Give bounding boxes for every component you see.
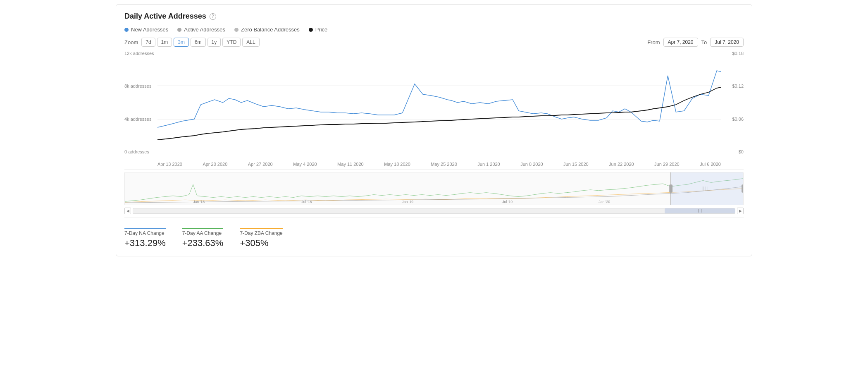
thumb-line-3 [701,209,701,213]
y-right-0: $0 [739,149,744,154]
svg-text:Jan '20: Jan '20 [599,200,610,204]
divider-2 [124,218,744,218]
stat-value-aa: +233.63% [182,238,224,249]
zoom-6m[interactable]: 6m [191,38,206,47]
stat-label-aa: 7-Day AA Change [182,230,224,236]
x-label-1: Apr 20 2020 [203,162,227,167]
main-chart-svg [157,51,721,154]
stat-value-zba: +305% [240,238,282,249]
svg-rect-14 [742,184,743,193]
x-label-11: Jun 29 2020 [654,162,680,167]
scroll-track[interactable] [133,208,735,214]
scroll-thumb-indicator [699,209,701,213]
legend-dot-active [177,28,181,32]
zoom-3m[interactable]: 3m [174,38,189,47]
legend: New Addresses Active Addresses Zero Bala… [124,26,744,33]
x-label-4: May 11 2020 [337,162,364,167]
scroll-right-arrow[interactable]: ▶ [737,208,744,214]
to-label: To [701,39,707,45]
y-label-4k: 4k addresses [124,117,157,122]
stat-underline-aa [182,228,224,229]
stat-na: 7-Day NA Change +313.29% [124,228,166,249]
stats-row: 7-Day NA Change +313.29% 7-Day AA Change… [124,224,744,249]
x-label-12: Jul 6 2020 [700,162,721,167]
svg-rect-13 [669,184,672,193]
zoom-7d[interactable]: 7d [141,38,155,47]
y-right-006: $0.06 [732,117,744,122]
chart-svg-wrapper [157,51,721,154]
thumb-line-1 [699,209,699,213]
zoom-1y[interactable]: 1y [207,38,221,47]
header: Daily Active Addresses ? [124,12,744,21]
mini-chart-svg: Jan '18 Jul '18 Jan '19 Jul '19 Jan '20 [125,172,743,205]
svg-text:Jul '19: Jul '19 [502,200,513,204]
legend-item-price[interactable]: Price [309,26,328,33]
x-label-3: May 4 2020 [293,162,317,167]
x-label-6: May 25 2020 [431,162,457,167]
main-container: Daily Active Addresses ? New Addresses A… [116,4,752,256]
zoom-ytd[interactable]: YTD [222,38,241,47]
stat-value-na: +313.29% [124,238,166,249]
divider-1 [124,169,744,170]
from-label: From [647,39,660,45]
mini-chart-area[interactable]: Jan '18 Jul '18 Jan '19 Jul '19 Jan '20 [124,172,744,205]
x-label-8: Jun 8 2020 [520,162,543,167]
x-label-9: Jun 15 2020 [563,162,589,167]
stat-underline-na [124,228,166,229]
legend-dot-price [309,28,313,32]
zoom-label: Zoom [124,39,138,45]
zoom-controls: Zoom 7d 1m 3m 6m 1y YTD ALL [124,38,260,47]
x-label-10: Jun 22 2020 [609,162,634,167]
y-label-0: 0 addresses [124,149,157,154]
legend-label-new: New Addresses [131,26,168,33]
scroll-row: ◀ ▶ [124,208,744,214]
to-date[interactable]: Jul 7, 2020 [710,38,744,47]
legend-item-zba[interactable]: Zero Balance Addresses [234,26,300,33]
x-label-7: Jun 1 2020 [477,162,500,167]
y-label-12k: 12k addresses [124,51,157,56]
page-title: Daily Active Addresses [124,12,206,21]
legend-dot-zba [234,28,238,32]
svg-text:Jul '18: Jul '18 [301,200,312,204]
legend-item-active[interactable]: Active Addresses [177,26,225,33]
from-date[interactable]: Apr 7, 2020 [663,38,698,47]
x-label-0: Apr 13 2020 [157,162,182,167]
x-axis: Apr 13 2020 Apr 20 2020 Apr 27 2020 May … [157,155,721,167]
y-right-012: $0.12 [732,84,744,88]
stat-label-zba: 7-Day ZBA Change [240,230,282,236]
svg-text:Jan '19: Jan '19 [402,200,413,204]
x-label-5: May 18 2020 [384,162,410,167]
zoom-all[interactable]: ALL [242,38,259,47]
stat-aa: 7-Day AA Change +233.63% [182,228,224,249]
x-label-2: Apr 27 2020 [248,162,273,167]
y-label-8k: 8k addresses [124,84,157,88]
legend-item-new[interactable]: New Addresses [124,26,168,33]
scroll-left-arrow[interactable]: ◀ [124,208,131,214]
thumb-line-2 [700,209,700,213]
legend-dot-new [124,28,129,32]
y-axis-right: $0.18 $0.12 $0.06 $0 [723,51,744,154]
main-chart-area: 12k addresses 8k addresses 4k addresses … [124,51,744,167]
stat-underline-zba [240,228,282,229]
help-icon[interactable]: ? [210,13,216,20]
stat-label-na: 7-Day NA Change [124,230,166,236]
y-axis-left: 12k addresses 8k addresses 4k addresses … [124,51,157,154]
controls-row: Zoom 7d 1m 3m 6m 1y YTD ALL From Apr 7, … [124,38,744,47]
svg-text:Jan '18: Jan '18 [193,200,205,204]
zoom-1m[interactable]: 1m [157,38,172,47]
legend-label-zba: Zero Balance Addresses [241,26,300,33]
svg-rect-4 [125,172,743,205]
scroll-thumb[interactable] [665,208,735,213]
legend-label-price: Price [315,26,328,33]
date-range: From Apr 7, 2020 To Jul 7, 2020 [647,38,744,47]
stat-zba: 7-Day ZBA Change +305% [240,228,282,249]
y-right-018: $0.18 [732,51,744,56]
legend-label-active: Active Addresses [184,26,225,33]
